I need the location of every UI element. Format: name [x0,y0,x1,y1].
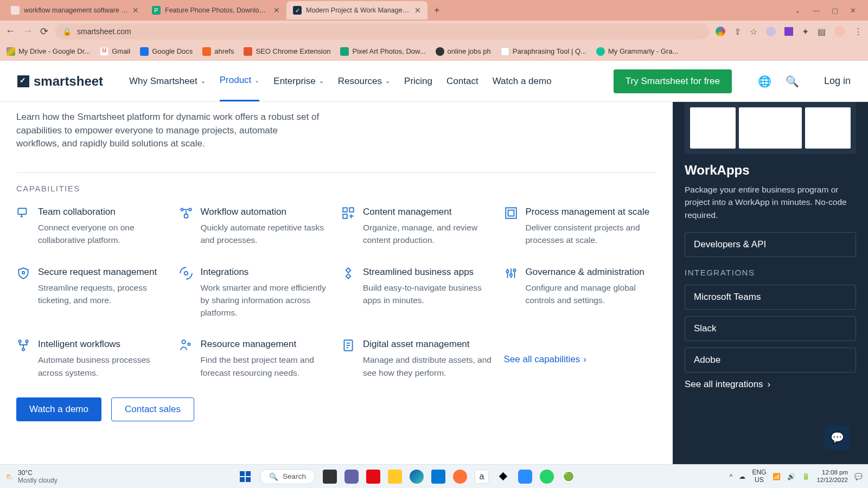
netflix-icon[interactable] [366,470,380,484]
amazon-icon[interactable]: a [475,470,489,484]
teams-icon[interactable] [344,470,359,484]
profile-avatar-icon[interactable] [834,26,845,37]
see-all-capabilities-link[interactable]: See all capabilities› [504,338,657,379]
taskbar-search[interactable]: 🔍Search [260,469,315,484]
main-column: Learn how the Smartsheet platform for dy… [0,102,673,464]
bookmark-item[interactable]: ahrefs [202,47,234,56]
nav-demo[interactable]: Watch a demo [493,62,552,101]
svg-point-11 [506,270,508,272]
bookmark-star-icon[interactable]: ☆ [750,27,757,37]
bookmark-item[interactable]: online jobs ph [436,47,491,56]
chevron-down-icon[interactable]: ⌄ [795,7,801,15]
taskview-icon[interactable] [323,470,337,484]
browser-tab[interactable]: P Feature Phone Photos, Download Fr ✕ [145,1,286,20]
edge-icon[interactable] [410,470,424,484]
taskbar-tray: ^ ☁ ENGUS 📶 🔊 🔋 12:08 pm 12/12/2022 💬 [711,469,863,483]
logo-mark-icon [17,75,29,87]
chrome-icon[interactable]: 🟢 [561,470,576,484]
content-icon [341,206,355,220]
close-icon[interactable]: ✕ [273,6,280,15]
capability-item[interactable]: Workflow automationQuickly automate repe… [179,206,332,247]
bookmark-item[interactable]: MGmail [100,47,130,56]
capability-item[interactable]: Process management at scaleDeliver consi… [504,206,657,247]
nav-product[interactable]: Product⌄ [220,61,260,101]
explorer-icon[interactable] [388,470,402,484]
integration-slack[interactable]: Slack [685,316,856,341]
chat-fab[interactable]: 💬 [825,425,850,450]
menu-dots-icon[interactable]: ⋮ [854,27,863,37]
reload-icon[interactable]: ⟳ [40,25,48,37]
taskbar-center: 🔍Search a ⯁ 🟢 [107,469,706,484]
bookmark-item[interactable]: Paraphrasing Tool | Q... [501,47,586,56]
bookmark-item[interactable]: My Grammarly - Gra... [596,47,678,56]
dropbox-icon[interactable]: ⯁ [496,470,510,484]
nav-enterprise[interactable]: Enterprise⌄ [273,62,323,101]
taskbar-clock[interactable]: 12:08 pm 12/12/2022 [816,469,848,483]
zoom-icon[interactable] [518,470,532,484]
close-window-icon[interactable]: ✕ [850,7,856,15]
browser-tab-active[interactable]: ✓ Modern Project & Work Manageme ✕ [286,1,427,20]
bookmark-item[interactable]: Pixel Art Photos, Dow... [340,47,425,56]
sidepanel-icon[interactable]: ▤ [818,27,826,37]
notifications-icon[interactable]: 💬 [854,473,863,480]
volume-icon[interactable]: 🔊 [787,473,795,480]
try-free-button[interactable]: Try Smartsheet for free [614,69,732,93]
see-all-integrations-link[interactable]: See all integrations› [685,379,856,390]
chevron-right-icon: › [768,379,771,390]
firefox-icon[interactable] [453,470,467,484]
google-icon[interactable] [716,27,725,36]
store-icon[interactable] [431,470,445,484]
favicon-icon: ✓ [293,6,302,15]
capability-item[interactable]: Streamlined business appsBuild easy-to-n… [341,266,494,319]
close-icon[interactable]: ✕ [414,6,421,15]
bookmark-item[interactable]: My Drive - Google Dr... [7,47,90,56]
integration-adobe[interactable]: Adobe [685,348,856,373]
close-icon[interactable]: ✕ [132,6,139,15]
browser-chrome: workflow management software - C ✕ P Fea… [0,0,868,61]
extension-icon[interactable] [784,27,793,36]
bookmark-item[interactable]: SEO Chrome Extension [244,47,330,56]
capability-item[interactable]: Secure request managementStreamline requ… [16,266,169,319]
capability-item[interactable]: Resource managementFind the best project… [179,338,332,379]
maximize-icon[interactable]: ▢ [832,7,838,15]
taskbar-weather[interactable]: ⛅ 30°C Mostly cloudy [5,469,103,484]
nav-contact[interactable]: Contact [446,62,478,101]
nav-why[interactable]: Why Smartsheet⌄ [129,62,206,101]
search-icon[interactable]: 🔍 [786,75,799,88]
tray-chevron-icon[interactable]: ^ [730,473,733,480]
page-body: Learn how the Smartsheet platform for dy… [0,102,868,464]
address-bar[interactable]: 🔒 smartsheet.com [55,23,709,40]
onedrive-icon[interactable]: ☁ [739,473,745,480]
whatsapp-icon[interactable] [540,470,554,484]
capability-item[interactable]: Governance & administrationConfigure and… [504,266,657,319]
globe-icon[interactable]: 🌐 [758,75,771,88]
capability-item[interactable]: Content managementOrganize, manage, and … [341,206,494,247]
watch-demo-button[interactable]: Watch a demo [16,397,101,421]
nav-resources[interactable]: Resources⌄ [338,62,390,101]
chevron-right-icon: › [583,354,586,365]
capability-item[interactable]: Digital asset managementManage and distr… [341,338,494,379]
logo[interactable]: smartsheet [17,74,103,89]
integration-teams[interactable]: Microsoft Teams [685,285,856,310]
share-icon[interactable]: ⇪ [734,27,741,37]
bookmark-item[interactable]: Google Docs [140,47,193,56]
digital-asset-icon [341,338,355,352]
back-icon[interactable]: ← [5,25,15,37]
developers-api-link[interactable]: Developers & API [685,232,856,257]
forward-icon[interactable]: → [23,25,33,37]
new-tab-button[interactable]: + [427,5,446,16]
browser-tab[interactable]: workflow management software - C ✕ [4,1,145,20]
wifi-icon[interactable]: 📶 [773,473,781,480]
nav-pricing[interactable]: Pricing [404,62,432,101]
extension-icon[interactable] [766,27,776,36]
extensions-puzzle-icon[interactable]: ✦ [802,27,809,37]
svg-point-13 [513,269,515,271]
capability-item[interactable]: Team collaborationConnect everyone on on… [16,206,169,247]
minimize-icon[interactable]: — [813,7,820,15]
battery-icon[interactable]: 🔋 [802,473,810,480]
capability-item[interactable]: Intelligent workflowsAutomate business p… [16,338,169,379]
contact-sales-button[interactable]: Contact sales [111,397,194,421]
capability-item[interactable]: IntegrationsWork smarter and more effici… [179,266,332,319]
start-icon[interactable] [238,470,252,484]
login-link[interactable]: Log in [824,75,851,87]
